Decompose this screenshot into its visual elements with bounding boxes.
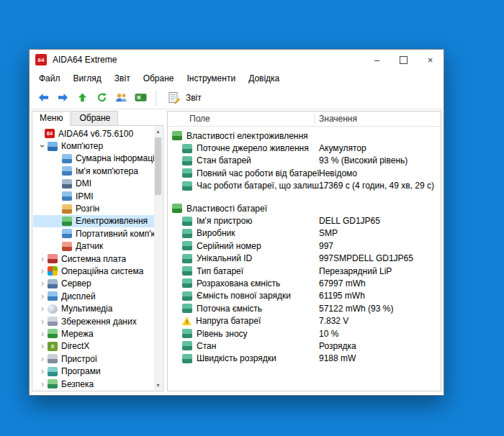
chevron-collapsed-icon[interactable]: › [37,317,48,326]
chevron-collapsed-icon[interactable]: › [37,279,48,288]
field-row[interactable]: !Напруга батареї7.832 V [168,314,441,327]
field-row[interactable]: Ім'я пристроюDELL GD1JP65 [168,214,441,227]
scroll-thumb[interactable] [155,137,161,195]
field-row[interactable]: Стан батарей93 % (Високий рівень) [168,155,441,167]
report-button[interactable]: Звіт [161,90,208,106]
field-label: Ємність повної зарядки [197,291,291,301]
sidebar-tab[interactable]: Меню [32,111,71,126]
up-arrow-icon [77,92,88,103]
tree-item[interactable]: ›Програми [33,365,154,377]
maximize-button[interactable] [390,50,417,70]
chevron-collapsed-icon[interactable]: › [37,292,48,301]
tree-item-label: Збереження даних [61,317,137,327]
content: Поле Значення Властивості електроживленн… [167,111,441,391]
minimize-button[interactable]: – [364,50,390,70]
tree-item[interactable]: ›Пристрої [33,353,154,365]
tree-item[interactable]: ›Дисплей [33,290,154,302]
tree-item[interactable]: ›XDirectX [33,340,154,353]
column-header-value[interactable]: Значення [319,114,357,124]
field-row[interactable]: Повний час роботи від батареїНевідомо [168,167,441,179]
tree-item[interactable]: Сумарна інформація [33,153,154,165]
back-button[interactable] [34,89,53,106]
group-header-row[interactable]: Властивості батареї [168,202,441,214]
tree-item[interactable]: ›Безпека [33,378,154,390]
users-button[interactable] [112,89,131,106]
field-row[interactable]: Тип батареїПерезарядний LiP [168,265,441,277]
menu-item[interactable]: Інструменти [181,71,243,86]
item-icon [182,229,192,238]
tree-item[interactable]: Розгін [33,202,154,214]
title-bar[interactable]: 64 AIDA64 Extreme – × [30,50,444,70]
menu-item[interactable]: Довідка [242,71,286,86]
tree-item[interactable]: ›Системна плата [33,253,154,265]
item-icon [182,354,192,363]
scroll-down-icon[interactable]: ▼ [154,381,162,390]
tree-item[interactable]: IPMI [33,190,154,202]
menu-item[interactable]: Звіт [108,71,137,86]
tree-item[interactable]: ›Операційна система [33,265,154,277]
chevron-collapsed-icon[interactable]: › [37,330,48,338]
tree-item[interactable]: ›Мережа [33,327,154,340]
window-controls: – × [364,50,444,70]
field-value: 17369 с (4 годин, 49 хв, 29 с) [319,181,434,191]
field-row[interactable]: Унікальний ID997SMPDELL GD1JP65 [168,253,441,265]
field-label: Швидкість розрядки [197,353,276,363]
chevron-collapsed-icon[interactable]: › [37,304,48,313]
section-icon [172,204,182,213]
scroll-up-icon[interactable]: ▲ [154,127,162,136]
tree-item-label: Пристрої [61,354,97,364]
sidebar-tab[interactable]: Обране [71,111,118,125]
field-value: Невідомо [319,168,357,178]
chevron-collapsed-icon[interactable]: › [37,355,48,363]
up-button[interactable] [73,89,92,106]
field-value: SMP [319,228,338,238]
tree-item[interactable]: Ім'я комп'ютера [33,165,154,177]
column-header-field[interactable]: Поле [189,114,210,124]
chevron-collapsed-icon[interactable]: › [37,267,48,276]
field-row[interactable]: Рівень зносу10 % [168,327,441,340]
field-row[interactable]: Ємність повної зарядки61195 mWh [168,290,441,302]
window-title: AIDA64 Extreme [53,55,364,65]
column-divider[interactable] [314,113,315,124]
tree-item[interactable]: ›Сервер [33,278,154,290]
tree-item[interactable]: Датчик [33,240,154,253]
field-value: Акумулятор [319,143,366,153]
tree-item[interactable]: ›Комп'ютер [33,140,154,152]
item-icon [182,156,192,165]
chevron-expanded-icon[interactable]: › [38,141,47,151]
chevron-collapsed-icon[interactable]: › [37,367,48,376]
tree-item-label: Комп'ютер [61,141,103,151]
tree-item-label: Сервер [61,278,91,289]
field-row[interactable]: Серійний номер997 [168,240,441,252]
tree-scrollbar[interactable]: ▲ ▼ [154,127,162,390]
desktop[interactable]: { "window": { "title": "AIDA64 Extreme",… [0,0,504,436]
field-row[interactable]: Швидкість розрядки9188 mW [168,353,441,365]
menu-item[interactable]: Обране [137,71,181,86]
field-row[interactable]: СтанРозрядка [168,340,441,352]
menu-item[interactable]: Вигляд [67,71,108,86]
menu-item[interactable]: Файл [32,71,67,86]
chevron-collapsed-icon[interactable]: › [37,380,48,389]
forward-button[interactable] [53,89,73,106]
field-row[interactable]: Поточне джерело живленняАкумулятор [168,142,441,154]
close-button[interactable]: × [417,50,444,70]
field-row[interactable]: Час роботи батареї, що залиш...17369 с (… [168,180,441,192]
network-icon [48,329,58,338]
tree-item[interactable]: Електроживлення [33,215,154,227]
directx-icon: X [48,342,58,351]
tree-item[interactable]: 64AIDA64 v6.75.6100 [33,127,154,140]
chevron-collapsed-icon[interactable]: › [37,342,48,350]
field-row[interactable]: Розрахована ємність67997 mWh [168,277,441,289]
chevron-collapsed-icon[interactable]: › [37,255,48,263]
aida64-icon: 64 [45,129,55,138]
refresh-button[interactable] [92,89,112,106]
tree-item[interactable]: ›Мультимедіа [33,302,154,314]
field-row[interactable]: Поточна ємність57122 mWh (93 %) [168,302,441,314]
hardware-button[interactable] [131,89,150,106]
tree-item[interactable]: Портативний комп'ютер [33,227,154,240]
tree-item[interactable]: ›Збереження даних [33,315,154,327]
group-header-row[interactable]: Властивості електроживлення [168,130,441,142]
tree-item-label: IPMI [76,191,94,201]
field-row[interactable]: ВиробникSMP [168,227,441,240]
tree-item[interactable]: DMI [33,178,154,190]
